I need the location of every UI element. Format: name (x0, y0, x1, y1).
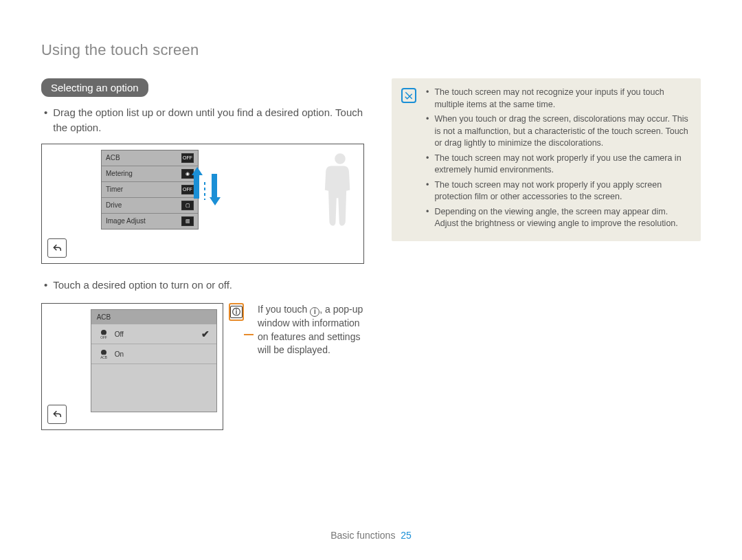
acb-on-row[interactable]: ACB On (91, 344, 216, 364)
instruction-list-1: Drag the option list up or down until yo… (41, 105, 364, 135)
note-item: The touch screen may not work properly i… (434, 153, 688, 177)
section-heading-pill: Selecting an option (41, 78, 148, 97)
svg-text:ACB: ACB (100, 356, 107, 359)
note-box: The touch screen may not recognize your … (392, 78, 701, 241)
option-row-drive[interactable]: Drive▢ (102, 198, 198, 214)
instruction-1: Drag the option list up or down until yo… (53, 105, 364, 135)
callout-connector (244, 334, 254, 335)
info-button[interactable]: ⓘ (229, 303, 244, 321)
figure-option-list: ACBOFF Metering◉ TimerOFF Drive▢ Image A… (41, 144, 364, 264)
instruction-list-2: Touch a desired option to turn on or off… (41, 278, 364, 293)
info-icon: ⓘ (230, 306, 243, 318)
note-item: When you touch or drag the screen, disco… (434, 113, 688, 150)
image-adjust-icon: ▥ (181, 216, 194, 226)
back-arrow-icon (52, 243, 63, 254)
acb-off-icon: OFF (181, 153, 194, 163)
page-number: 25 (401, 530, 412, 541)
note-list: The touch screen may not recognize your … (426, 87, 688, 230)
note-badge-icon (401, 88, 416, 103)
note-item: The touch screen may not recognize your … (434, 87, 688, 111)
option-row-acb[interactable]: ACBOFF (102, 150, 198, 166)
footer-label: Basic functions (330, 530, 395, 541)
info-caption: If you touch i, a pop-up window with inf… (258, 303, 364, 357)
back-arrow-icon (52, 409, 63, 420)
scroll-arrows-icon (192, 167, 219, 215)
page-title: Using the touch screen (41, 41, 701, 59)
check-icon: ✔ (201, 328, 210, 339)
option-row-image-adjust[interactable]: Image Adjust▥ (102, 214, 198, 229)
info-inline-icon: i (310, 307, 319, 317)
note-item: Depending on the viewing angle, the scre… (434, 206, 688, 230)
options-panel[interactable]: ACBOFF Metering◉ TimerOFF Drive▢ Image A… (101, 150, 199, 229)
back-button[interactable] (47, 405, 67, 424)
right-column: The touch screen may not recognize your … (392, 78, 701, 444)
note-item: The touch screen may not work properly i… (434, 179, 688, 203)
svg-text:OFF: OFF (100, 336, 106, 339)
acb-on-icon: ACB (98, 348, 109, 359)
acb-panel-header: ACB (91, 310, 216, 324)
page-footer: Basic functions 25 (0, 530, 742, 541)
option-row-timer[interactable]: TimerOFF (102, 182, 198, 198)
left-column: Selecting an option Drag the option list… (41, 78, 364, 444)
person-silhouette-icon (319, 150, 361, 239)
acb-off-row[interactable]: OFF Off ✔ (91, 324, 216, 344)
option-row-metering[interactable]: Metering◉ (102, 166, 198, 182)
instruction-2: Touch a desired option to turn on or off… (53, 278, 232, 293)
acb-off-icon: OFF (98, 328, 109, 339)
back-button[interactable] (47, 238, 67, 258)
figure-option-toggle: ACB OFF Off ✔ ACB On (41, 303, 223, 430)
acb-panel[interactable]: ACB OFF Off ✔ ACB On (91, 309, 217, 412)
